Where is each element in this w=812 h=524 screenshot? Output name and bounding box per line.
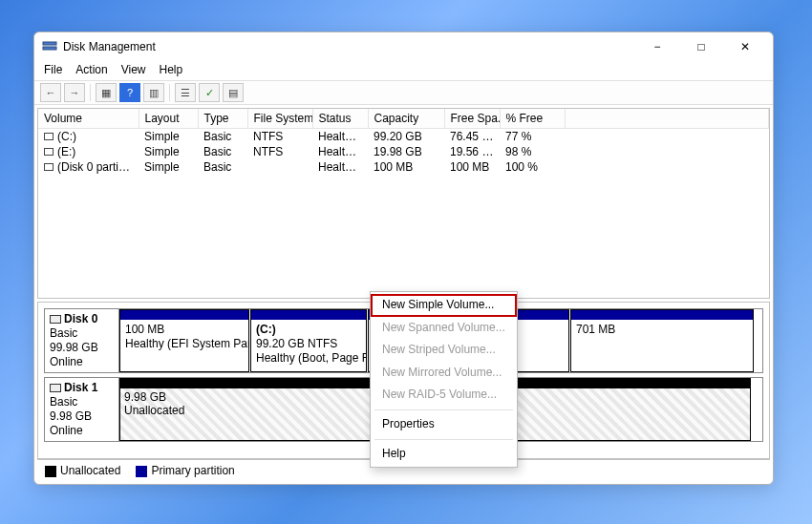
menu-new-raid5-volume: New RAID-5 Volume... bbox=[371, 384, 517, 407]
toolbar-separator bbox=[90, 84, 91, 101]
toolbar-separator bbox=[169, 84, 170, 101]
volume-icon bbox=[44, 148, 53, 156]
toolbar-panel-icon[interactable]: ▥ bbox=[143, 83, 164, 102]
menu-new-mirrored-volume: New Mirrored Volume... bbox=[371, 362, 517, 385]
disk-icon bbox=[50, 384, 61, 392]
titlebar[interactable]: Disk Management − □ ✕ bbox=[34, 32, 773, 61]
partition-bar bbox=[251, 310, 366, 320]
partition[interactable]: (C:)99.20 GB NTFSHealthy (Boot, Page Fil… bbox=[250, 309, 367, 372]
menu-new-striped-volume: New Striped Volume... bbox=[371, 339, 517, 362]
col-capacity[interactable]: Capacity bbox=[368, 109, 444, 128]
col-volume[interactable]: Volume bbox=[38, 109, 139, 128]
menu-help[interactable]: Help bbox=[371, 443, 517, 466]
partition-bar bbox=[120, 310, 248, 320]
primary-swatch-icon bbox=[136, 466, 147, 477]
disk-management-icon bbox=[42, 39, 57, 54]
toolbar-grid-icon[interactable]: ▦ bbox=[96, 83, 117, 102]
col-type[interactable]: Type bbox=[198, 109, 247, 128]
partition[interactable]: 701 MB bbox=[570, 309, 754, 372]
col-freespace[interactable]: Free Spa... bbox=[444, 109, 500, 128]
volume-list[interactable]: Volume Layout Type File System Status Ca… bbox=[37, 108, 770, 299]
volume-list-header[interactable]: Volume Layout Type File System Status Ca… bbox=[38, 109, 769, 128]
volume-icon bbox=[44, 163, 53, 171]
toolbar-extra-icon[interactable]: ▤ bbox=[223, 83, 244, 102]
volume-icon bbox=[44, 133, 53, 140]
table-row[interactable]: (C:)SimpleBasicNTFSHealthy (B...99.20 GB… bbox=[38, 128, 769, 144]
menu-separator bbox=[374, 409, 513, 410]
menu-properties[interactable]: Properties bbox=[371, 413, 517, 436]
menubar: File Action View Help bbox=[34, 61, 773, 80]
disk-info[interactable]: Disk 0Basic99.98 GBOnline bbox=[45, 309, 119, 372]
minimize-button[interactable]: − bbox=[635, 32, 679, 61]
partition-label: (C:)99.20 GB NTFSHealthy (Boot, Page Fil… bbox=[251, 320, 366, 368]
col-spacer bbox=[565, 109, 769, 128]
partition[interactable]: 100 MBHealthy (EFI System Partition) bbox=[119, 309, 249, 372]
window-title: Disk Management bbox=[63, 40, 156, 53]
partition-label: 701 MB bbox=[571, 320, 753, 340]
menu-new-spanned-volume: New Spanned Volume... bbox=[371, 317, 517, 340]
toolbar-check-icon[interactable]: ✓ bbox=[199, 83, 220, 102]
menu-view[interactable]: View bbox=[121, 63, 146, 76]
legend-primary: Primary partition bbox=[136, 464, 234, 477]
menu-file[interactable]: File bbox=[44, 63, 62, 76]
table-row[interactable]: (Disk 0 partition 1)SimpleBasicHealthy (… bbox=[38, 159, 769, 175]
toolbar: ← → ▦ ? ▥ ☰ ✓ ▤ bbox=[34, 80, 773, 105]
table-row[interactable]: (E:)SimpleBasicNTFSHealthy (B...19.98 GB… bbox=[38, 144, 769, 159]
help-icon[interactable]: ? bbox=[119, 83, 140, 102]
menu-help[interactable]: Help bbox=[160, 63, 183, 76]
legend-unallocated: Unallocated bbox=[45, 464, 120, 477]
svg-rect-1 bbox=[43, 47, 56, 50]
unallocated-swatch-icon bbox=[45, 466, 56, 477]
disk-info[interactable]: Disk 1Basic9.98 GBOnline bbox=[45, 378, 119, 441]
svg-rect-0 bbox=[43, 42, 56, 45]
partition-bar bbox=[571, 310, 753, 320]
close-button[interactable]: ✕ bbox=[723, 32, 767, 61]
menu-separator bbox=[374, 439, 513, 440]
nav-forward-button[interactable]: → bbox=[64, 83, 85, 102]
col-layout[interactable]: Layout bbox=[139, 109, 198, 128]
toolbar-list-icon[interactable]: ☰ bbox=[175, 83, 196, 102]
maximize-button[interactable]: □ bbox=[679, 32, 723, 61]
menu-new-simple-volume[interactable]: New Simple Volume... bbox=[371, 294, 517, 317]
nav-back-button[interactable]: ← bbox=[40, 83, 61, 102]
menu-action[interactable]: Action bbox=[75, 63, 107, 76]
col-status[interactable]: Status bbox=[312, 109, 368, 128]
partition-label: 100 MBHealthy (EFI System Partition) bbox=[120, 320, 248, 354]
context-menu: New Simple Volume... New Spanned Volume.… bbox=[370, 291, 518, 468]
disk-icon bbox=[50, 315, 61, 324]
col-pctfree[interactable]: % Free bbox=[500, 109, 565, 128]
col-filesystem[interactable]: File System bbox=[247, 109, 312, 128]
